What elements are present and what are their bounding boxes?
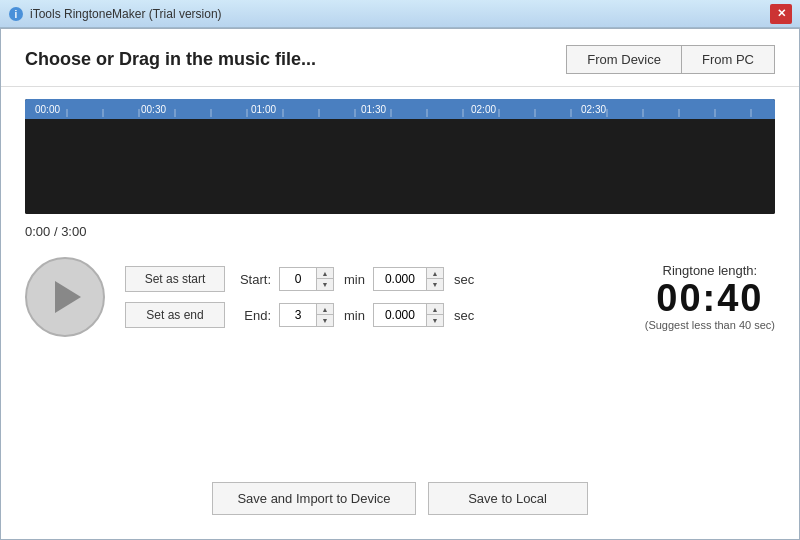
header: Choose or Drag in the music file... From…: [1, 29, 799, 87]
waveform-container: 00:00 00:30 01:00 01:30 02:00 02:30: [25, 99, 775, 214]
waveform-area: [25, 119, 775, 214]
start-sec-input[interactable]: [374, 270, 426, 288]
start-min-spinbox: ▲ ▼: [279, 267, 334, 291]
ringtone-label: Ringtone length:: [645, 263, 775, 278]
source-buttons: From Device From PC: [566, 45, 775, 74]
ringtone-info: Ringtone length: 00:40 (Suggest less tha…: [645, 263, 775, 332]
start-min-up[interactable]: ▲: [317, 268, 333, 279]
timeline-mark-2: 01:00: [251, 104, 276, 115]
timeline-mark-0: 00:00: [35, 104, 60, 115]
end-min-down[interactable]: ▼: [317, 315, 333, 326]
close-button[interactable]: ✕: [770, 4, 792, 24]
start-min-unit: min: [344, 272, 365, 287]
end-sec-up[interactable]: ▲: [427, 304, 443, 315]
end-min-unit: min: [344, 308, 365, 323]
end-min-spinbox: ▲ ▼: [279, 303, 334, 327]
from-device-button[interactable]: From Device: [566, 45, 681, 74]
content-area: 00:00 00:30 01:00 01:30 02:00 02:30: [1, 87, 799, 539]
from-pc-button[interactable]: From PC: [681, 45, 775, 74]
set-start-button[interactable]: Set as start: [125, 266, 225, 292]
end-sec-arrows: ▲ ▼: [426, 304, 443, 326]
timeline-mark-3: 01:30: [361, 104, 386, 115]
bottom-buttons: Save and Import to Device Save to Local: [25, 482, 775, 523]
end-label: End:: [233, 308, 271, 323]
timeline: 00:00 00:30 01:00 01:30 02:00 02:30: [25, 99, 775, 119]
start-sec-up[interactable]: ▲: [427, 268, 443, 279]
end-sec-spinbox: ▲ ▼: [373, 303, 444, 327]
title-bar: i iTools RingtoneMaker (Trial version) ✕: [0, 0, 800, 28]
end-min-arrows: ▲ ▼: [316, 304, 333, 326]
ringtone-time: 00:40: [645, 278, 775, 320]
start-end-controls: Set as start Start: ▲ ▼ min ▲: [125, 266, 474, 328]
end-row: Set as end End: ▲ ▼ min ▲: [125, 302, 474, 328]
time-display: 0:00 / 3:00: [25, 222, 775, 241]
app-icon: i: [8, 6, 24, 22]
timeline-mark-4: 02:00: [471, 104, 496, 115]
page-title: Choose or Drag in the music file...: [25, 49, 316, 70]
svg-text:i: i: [15, 9, 18, 20]
start-min-input[interactable]: [280, 270, 316, 288]
start-sec-unit: sec: [454, 272, 474, 287]
end-sec-down[interactable]: ▼: [427, 315, 443, 326]
start-label: Start:: [233, 272, 271, 287]
start-min-arrows: ▲ ▼: [316, 268, 333, 290]
save-import-button[interactable]: Save and Import to Device: [212, 482, 415, 515]
title-bar-text: iTools RingtoneMaker (Trial version): [30, 7, 222, 21]
save-local-button[interactable]: Save to Local: [428, 482, 588, 515]
end-min-input[interactable]: [280, 306, 316, 324]
title-bar-left: i iTools RingtoneMaker (Trial version): [8, 6, 222, 22]
controls-area: Set as start Start: ▲ ▼ min ▲: [25, 257, 775, 337]
start-min-down[interactable]: ▼: [317, 279, 333, 290]
end-sec-input[interactable]: [374, 306, 426, 324]
start-sec-spinbox: ▲ ▼: [373, 267, 444, 291]
start-sec-arrows: ▲ ▼: [426, 268, 443, 290]
main-window: Choose or Drag in the music file... From…: [0, 28, 800, 540]
start-sec-down[interactable]: ▼: [427, 279, 443, 290]
timeline-mark-5: 02:30: [581, 104, 606, 115]
set-end-button[interactable]: Set as end: [125, 302, 225, 328]
timeline-mark-1: 00:30: [141, 104, 166, 115]
start-row: Set as start Start: ▲ ▼ min ▲: [125, 266, 474, 292]
ringtone-suggest: (Suggest less than 40 sec): [645, 319, 775, 331]
play-icon: [55, 281, 81, 313]
end-sec-unit: sec: [454, 308, 474, 323]
end-min-up[interactable]: ▲: [317, 304, 333, 315]
play-button[interactable]: [25, 257, 105, 337]
timeline-svg: 00:00 00:30 01:00 01:30 02:00 02:30: [31, 99, 769, 119]
